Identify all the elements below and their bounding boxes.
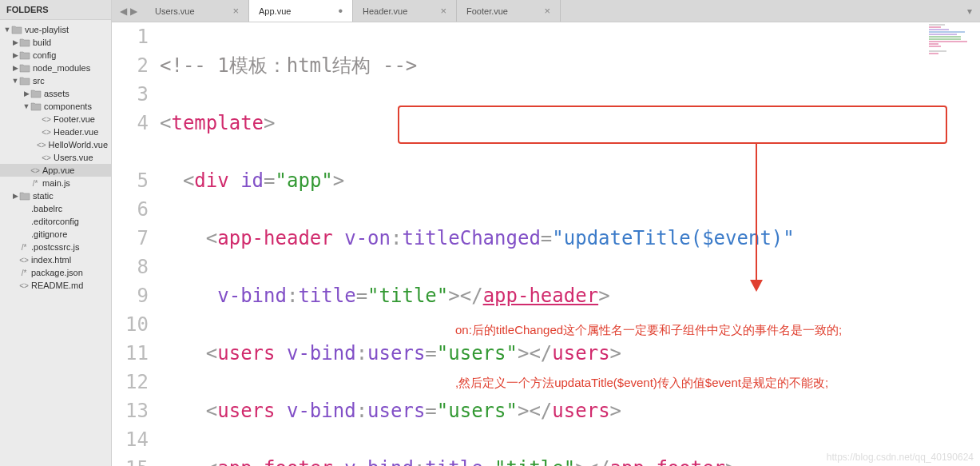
line-number: 8 bbox=[112, 253, 149, 281]
tab-header-vue[interactable]: Header.vue× bbox=[353, 0, 457, 22]
file-icon: <> bbox=[37, 141, 46, 149]
tree-item-header-vue[interactable]: <>Header.vue bbox=[0, 125, 111, 138]
tree-item-components[interactable]: ▼components bbox=[0, 100, 111, 113]
arrow-right-icon[interactable]: ▶ bbox=[11, 192, 19, 200]
tree-item--gitignore[interactable]: .gitignore bbox=[0, 228, 111, 241]
tab-label: Header.vue bbox=[363, 6, 407, 16]
tree-item--babelrc[interactable]: .babelrc bbox=[0, 202, 111, 215]
dirty-indicator-icon: • bbox=[338, 5, 343, 18]
folder-icon bbox=[19, 76, 30, 86]
arrow-right-icon[interactable]: ▶ bbox=[11, 38, 19, 46]
tree-item-label: package.json bbox=[31, 268, 83, 277]
tree-item-label: components bbox=[44, 102, 92, 111]
tree-item-label: config bbox=[33, 50, 56, 60]
tree-item-static[interactable]: ▶static bbox=[0, 189, 111, 202]
tree-item-node_modules[interactable]: ▶node_modules bbox=[0, 62, 111, 74]
file-icon: /* bbox=[19, 269, 29, 277]
code-content[interactable]: <!-- 1模板：html结构 --> <template> <div id="… bbox=[160, 22, 980, 466]
tree-item-app-vue[interactable]: <>App.vue bbox=[0, 164, 111, 177]
tree-item-src[interactable]: ▼src bbox=[0, 74, 111, 87]
main-area: ◀▶ Users.vue×App.vue•Header.vue×Footer.v… bbox=[112, 0, 980, 466]
folder-icon bbox=[19, 38, 30, 47]
folder-icon bbox=[19, 63, 30, 73]
tree-item-vue-playlist[interactable]: ▼vue-playlist bbox=[0, 23, 111, 36]
folder-icon bbox=[19, 191, 30, 201]
folder-icon bbox=[30, 89, 42, 98]
line-number: 15 bbox=[112, 454, 149, 466]
code-editor[interactable]: 123456789101112131415 <!-- 1模板：html结构 --… bbox=[112, 22, 980, 466]
nav-forward-icon[interactable]: ▶ bbox=[129, 6, 139, 17]
arrow-down-icon[interactable]: ▼ bbox=[11, 77, 19, 85]
tab-footer-vue[interactable]: Footer.vue× bbox=[457, 0, 561, 22]
tab-bar: ◀▶ Users.vue×App.vue•Header.vue×Footer.v… bbox=[112, 0, 980, 22]
tree-item-label: vue-playlist bbox=[25, 25, 69, 34]
line-number: 12 bbox=[112, 368, 149, 396]
folder-tree: ▼vue-playlist▶build▶config▶node_modules▼… bbox=[0, 20, 111, 295]
arrow-right-icon[interactable]: ▶ bbox=[11, 51, 19, 59]
tree-item-index-html[interactable]: <>index.html bbox=[0, 253, 111, 266]
tree-item-label: HelloWorld.vue bbox=[49, 140, 108, 149]
tree-item-helloworld-vue[interactable]: <>HelloWorld.vue bbox=[0, 138, 111, 151]
tree-item-label: static bbox=[33, 191, 54, 201]
tree-item-label: src bbox=[33, 76, 45, 86]
close-icon[interactable]: × bbox=[232, 5, 239, 17]
file-icon: <> bbox=[30, 166, 40, 175]
tab-overflow-icon[interactable]: ▾ bbox=[959, 0, 980, 22]
tree-item--postcssrc-js[interactable]: /*.postcssrc.js bbox=[0, 241, 111, 253]
nav-back-icon[interactable]: ◀ bbox=[118, 6, 129, 17]
sidebar: FOLDERS ▼vue-playlist▶build▶config▶node_… bbox=[0, 0, 112, 466]
tree-item-label: .editorconfig bbox=[31, 217, 79, 226]
line-number: 14 bbox=[112, 425, 149, 454]
tab-label: Footer.vue bbox=[466, 6, 508, 16]
line-number bbox=[112, 137, 149, 166]
arrow-down-icon[interactable]: ▼ bbox=[3, 26, 11, 34]
file-icon: /* bbox=[30, 179, 40, 188]
tree-item-build[interactable]: ▶build bbox=[0, 36, 111, 49]
watermark: https://blog.csdn.net/qq_40190624 bbox=[827, 452, 974, 463]
line-number: 7 bbox=[112, 224, 149, 253]
arrow-right-icon[interactable]: ▶ bbox=[22, 90, 30, 98]
tree-item-label: build bbox=[33, 38, 51, 47]
tree-item-label: .gitignore bbox=[31, 229, 67, 239]
annotation-text: on:后的titleChanged这个属性名一定要和子组件中定义的事件名是一致的… bbox=[455, 286, 842, 427]
tree-item-label: assets bbox=[44, 89, 69, 98]
tree-item-main-js[interactable]: /*main.js bbox=[0, 177, 111, 189]
tree-item-package-json[interactable]: /*package.json bbox=[0, 266, 111, 279]
tree-item-label: main.js bbox=[42, 178, 70, 188]
line-number: 3 bbox=[112, 80, 149, 109]
line-number: 4 bbox=[112, 109, 149, 137]
arrow-down-icon[interactable]: ▼ bbox=[22, 102, 30, 110]
line-number: 13 bbox=[112, 396, 149, 425]
tab-users-vue[interactable]: Users.vue× bbox=[145, 0, 249, 22]
folder-icon bbox=[11, 25, 22, 34]
tree-item-label: README.md bbox=[31, 281, 83, 290]
tree-item-users-vue[interactable]: <>Users.vue bbox=[0, 151, 111, 164]
tree-item-readme-md[interactable]: <>README.md bbox=[0, 279, 111, 292]
file-icon: <> bbox=[42, 115, 51, 124]
tree-item-label: .babelrc bbox=[31, 204, 62, 213]
sidebar-header: FOLDERS bbox=[0, 0, 111, 20]
tree-item-label: Footer.vue bbox=[54, 114, 95, 124]
close-icon[interactable]: × bbox=[440, 5, 446, 17]
file-icon: /* bbox=[19, 243, 29, 252]
tree-item-label: App.vue bbox=[42, 165, 74, 175]
tree-item--editorconfig[interactable]: .editorconfig bbox=[0, 215, 111, 228]
tree-item-config[interactable]: ▶config bbox=[0, 49, 111, 62]
file-icon: <> bbox=[19, 281, 29, 290]
tab-label: App.vue bbox=[259, 6, 291, 16]
tree-item-footer-vue[interactable]: <>Footer.vue bbox=[0, 113, 111, 125]
tree-item-label: index.html bbox=[31, 255, 71, 265]
line-number: 2 bbox=[112, 51, 149, 80]
tab-app-vue[interactable]: App.vue• bbox=[249, 0, 353, 22]
close-icon[interactable]: × bbox=[544, 5, 550, 17]
tab-label: Users.vue bbox=[155, 6, 195, 16]
file-icon: <> bbox=[42, 153, 51, 162]
tree-item-label: .postcssrc.js bbox=[31, 242, 80, 252]
folder-icon bbox=[19, 50, 30, 60]
line-number: 10 bbox=[112, 310, 149, 339]
tree-item-assets[interactable]: ▶assets bbox=[0, 87, 111, 100]
tree-item-label: Header.vue bbox=[54, 127, 98, 137]
arrow-right-icon[interactable]: ▶ bbox=[11, 64, 19, 72]
line-number: 6 bbox=[112, 195, 149, 224]
tab-nav-arrows[interactable]: ◀▶ bbox=[112, 0, 145, 22]
